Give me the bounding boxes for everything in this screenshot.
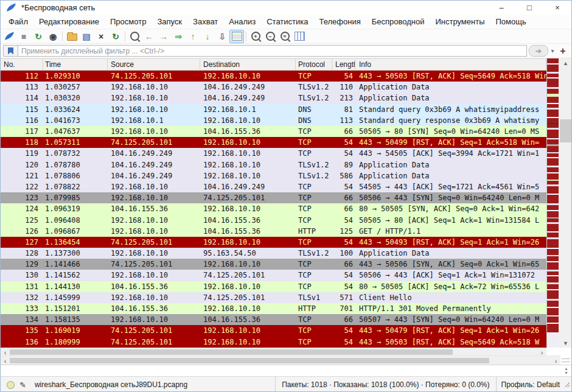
stop-capture-button[interactable]: ■ bbox=[16, 30, 31, 43]
cell-src: 192.168.10.10 bbox=[108, 227, 200, 236]
packet-row-127[interactable]: 1271.13645474.125.205.101192.168.10.10TC… bbox=[1, 237, 546, 248]
packet-row-126[interactable]: 1261.096867192.168.10.10104.16.155.36HTT… bbox=[1, 226, 546, 237]
menu-item-9[interactable]: Инструменты bbox=[430, 17, 490, 26]
colorize-packets-button[interactable] bbox=[229, 30, 244, 43]
packet-row-123[interactable]: 1231.079985192.168.10.1074.125.205.101TC… bbox=[1, 192, 546, 203]
packet-row-118[interactable]: 1181.05731174.125.205.101192.168.10.10TC… bbox=[1, 137, 546, 148]
packet-row-112[interactable]: 1121.02931074.125.205.101192.168.10.10TC… bbox=[1, 71, 546, 82]
capture-comment-icon[interactable]: ✎ bbox=[19, 380, 26, 390]
packet-row-124[interactable]: 1241.096319104.16.155.36192.168.10.10TCP… bbox=[1, 203, 546, 214]
column-header-time[interactable]: Time bbox=[43, 59, 108, 70]
filter-bookmark-button[interactable] bbox=[3, 45, 18, 57]
scroll-up-icon[interactable]: ▲ bbox=[559, 58, 572, 68]
menu-item-2[interactable]: Просмотр bbox=[105, 17, 152, 26]
packet-row-115[interactable]: 1151.033624192.168.10.10192.168.10.1DNS8… bbox=[1, 104, 546, 115]
menu-item-5[interactable]: Анализ bbox=[223, 17, 261, 26]
column-header-source[interactable]: Source bbox=[108, 59, 200, 70]
packet-row-121[interactable]: 1211.078806104.16.249.249192.168.10.10TL… bbox=[1, 170, 546, 181]
display-filter-input[interactable] bbox=[18, 45, 527, 57]
menu-item-7[interactable]: Телефония bbox=[313, 17, 366, 26]
packet-row-136[interactable]: 1361.18099974.125.205.101192.168.10.10TC… bbox=[1, 337, 546, 348]
menu-item-10[interactable]: Помощь bbox=[490, 17, 532, 26]
packet-row-131[interactable]: 1311.144130104.16.155.36192.168.10.10TCP… bbox=[1, 281, 546, 292]
cell-time: 1.079985 bbox=[43, 194, 108, 202]
column-header-protocol[interactable]: Protocol bbox=[296, 59, 332, 70]
packet-row-117[interactable]: 1171.047637192.168.10.10104.16.155.36TCP… bbox=[1, 126, 546, 137]
secondary-hscrollbar[interactable]: ‹ › bbox=[1, 355, 560, 365]
packet-list-hscrollbar[interactable]: ‹ › bbox=[1, 348, 546, 356]
packet-row-113[interactable]: 1131.030257192.168.10.10104.16.249.249TL… bbox=[1, 82, 546, 93]
capture-options-button[interactable]: ◉ bbox=[46, 30, 60, 43]
packet-row-128[interactable]: 1281.137300192.168.10.1095.163.54.50TLSv… bbox=[1, 248, 546, 259]
cell-no: 133 bbox=[1, 304, 43, 313]
resize-grip[interactable] bbox=[565, 382, 570, 387]
go-back-button[interactable]: ← bbox=[142, 30, 156, 43]
vertical-scrollbar[interactable]: ▲ ▼ bbox=[559, 58, 572, 348]
packet-minimap[interactable] bbox=[546, 58, 559, 348]
restart-capture-button[interactable]: ↻ bbox=[31, 30, 46, 43]
column-header-no[interactable]: No. bbox=[1, 59, 43, 70]
zoom-out-button[interactable]: − bbox=[263, 30, 277, 43]
maximize-icon[interactable]: □ bbox=[515, 1, 543, 15]
scroll-up-icon[interactable]: ▲ bbox=[564, 366, 568, 371]
menu-item-4[interactable]: Захват bbox=[187, 17, 223, 26]
minimize-icon[interactable]: – bbox=[487, 1, 515, 15]
menu-item-3[interactable]: Запуск bbox=[152, 17, 187, 26]
menu-item-6[interactable]: Статистика bbox=[261, 17, 313, 26]
hscrollbar-thumb[interactable] bbox=[10, 358, 489, 363]
cell-proto: TCP bbox=[296, 282, 332, 291]
menu-item-8[interactable]: Беспроводной bbox=[366, 17, 430, 26]
splitter-handle[interactable] bbox=[562, 359, 570, 362]
auto-scroll-button[interactable]: ⇩ bbox=[215, 30, 229, 43]
minimap-stripe bbox=[547, 284, 559, 289]
packet-row-135[interactable]: 1351.16901974.125.205.101192.168.10.10TC… bbox=[1, 325, 546, 336]
column-header-info[interactable]: Info bbox=[355, 59, 546, 70]
packet-row-114[interactable]: 1141.030320192.168.10.10104.16.249.249TL… bbox=[1, 93, 546, 103]
go-first-packet-button[interactable]: ↑ bbox=[186, 30, 200, 43]
packet-row-132[interactable]: 1321.145999192.168.10.1074.125.205.101TL… bbox=[1, 292, 546, 303]
cell-time: 1.057311 bbox=[43, 138, 108, 147]
zoom-normal-button[interactable]: = bbox=[277, 30, 292, 43]
filter-dropdown-icon[interactable]: ▾ bbox=[548, 47, 557, 54]
column-header-length[interactable]: Length bbox=[332, 59, 355, 70]
column-header-destination[interactable]: Destination bbox=[200, 59, 296, 70]
packet-row-125[interactable]: 1251.096408192.168.10.10104.16.155.36TCP… bbox=[1, 214, 546, 225]
go-last-packet-button[interactable]: ↓ bbox=[200, 30, 215, 43]
vertical-scrollbar-thumb[interactable] bbox=[560, 119, 571, 142]
add-filter-button[interactable]: + bbox=[557, 46, 569, 57]
packet-row-119[interactable]: 1191.078732104.16.249.249192.168.10.10TC… bbox=[1, 148, 546, 159]
save-file-button[interactable]: ▤ bbox=[79, 30, 94, 43]
cell-time: 1.141466 bbox=[43, 260, 108, 268]
scroll-right-icon[interactable]: › bbox=[551, 356, 560, 365]
scroll-left-icon[interactable]: ‹ bbox=[1, 356, 10, 365]
menu-item-1[interactable]: Редактирование bbox=[33, 17, 105, 26]
resize-columns-button[interactable] bbox=[292, 30, 307, 43]
cell-no: 128 bbox=[1, 249, 43, 257]
packet-row-134[interactable]: 1341.158135192.168.10.10104.16.155.36TCP… bbox=[1, 314, 546, 325]
go-forward-button[interactable]: → bbox=[156, 30, 171, 43]
zoom-in-button[interactable]: + bbox=[248, 30, 263, 43]
find-packet-button[interactable] bbox=[127, 30, 142, 43]
profile-label[interactable]: Профиль: Default bbox=[497, 377, 565, 392]
packet-row-120[interactable]: 1201.078780104.16.249.249192.168.10.10TL… bbox=[1, 159, 546, 170]
close-file-button[interactable]: × bbox=[94, 30, 108, 43]
packet-row-122[interactable]: 1221.078822192.168.10.10104.16.249.249TC… bbox=[1, 181, 546, 192]
packet-row-133[interactable]: 1331.151201104.16.155.36192.168.10.10HTT… bbox=[1, 303, 546, 314]
pane-scroll-arrows[interactable]: ▲ ▼ bbox=[564, 366, 568, 375]
apply-filter-button[interactable]: ➔ bbox=[529, 45, 548, 57]
hscrollbar-thumb[interactable] bbox=[10, 349, 453, 355]
scroll-down-icon[interactable]: ▼ bbox=[559, 338, 572, 348]
go-forward-icon: → bbox=[159, 32, 168, 41]
close-icon[interactable]: × bbox=[543, 1, 571, 15]
menu-item-0[interactable]: Файл bbox=[3, 17, 33, 26]
go-to-packet-button[interactable]: ⇒ bbox=[171, 30, 186, 43]
start-capture-button[interactable] bbox=[2, 30, 16, 43]
open-file-button[interactable] bbox=[65, 30, 79, 43]
cell-time: 1.078732 bbox=[43, 149, 108, 158]
packet-row-130[interactable]: 1301.141562192.168.10.1074.125.205.101TC… bbox=[1, 270, 546, 281]
reload-file-button[interactable]: ↻ bbox=[108, 30, 123, 43]
packet-row-116[interactable]: 1161.041673192.168.10.1192.168.10.10DNS1… bbox=[1, 115, 546, 126]
scroll-down-icon[interactable]: ▼ bbox=[564, 371, 568, 375]
expert-info-icon[interactable] bbox=[7, 381, 15, 389]
packet-row-129[interactable]: 1291.14146674.125.205.101192.168.10.10TC… bbox=[1, 259, 546, 270]
